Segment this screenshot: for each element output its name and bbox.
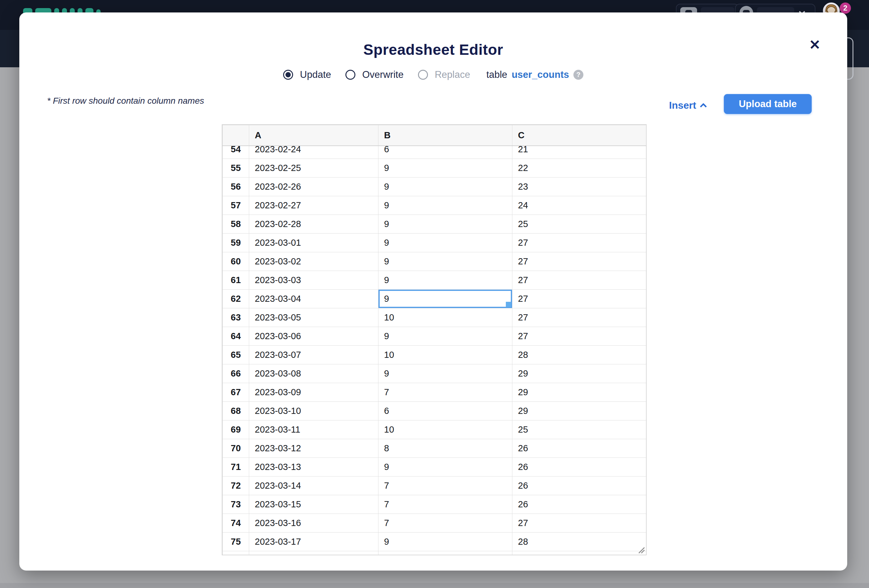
column-header-B[interactable]: B	[378, 125, 512, 146]
cell-C64[interactable]: 27	[512, 327, 646, 345]
cell-C67[interactable]: 29	[512, 383, 646, 401]
cell-A64[interactable]: 2023-03-06	[249, 327, 378, 345]
mode-radio-update[interactable]: Update	[283, 69, 331, 80]
row-number-cell[interactable]: 74	[223, 514, 249, 532]
cell-B65[interactable]: 10	[378, 345, 512, 364]
spreadsheet-body-viewport[interactable]: 542023-02-24621552023-02-25922562023-02-…	[222, 146, 646, 555]
row-number-cell[interactable]: 68	[223, 401, 249, 420]
cell-B74[interactable]: 7	[378, 514, 512, 532]
row-number-cell[interactable]: 66	[223, 364, 249, 383]
cell-C63[interactable]: 27	[512, 308, 646, 327]
cell-B70[interactable]: 8	[378, 439, 512, 458]
cell-A61[interactable]: 2023-03-03	[249, 271, 378, 289]
upload-table-button[interactable]: Upload table	[724, 94, 812, 114]
cell-B67[interactable]: 7	[378, 383, 512, 401]
row-number-cell[interactable]: 75	[223, 532, 249, 551]
cell-A74[interactable]: 2023-03-16	[249, 514, 378, 532]
insert-menu-button[interactable]: Insert	[669, 100, 707, 111]
row-number-cell[interactable]: 71	[223, 458, 249, 476]
cell-B57[interactable]: 9	[378, 196, 512, 215]
cell-C69[interactable]: 25	[512, 420, 646, 439]
cell-C59[interactable]: 27	[512, 233, 646, 252]
cell-B62[interactable]: 9	[378, 289, 512, 308]
cell-C54[interactable]: 21	[512, 146, 646, 159]
cell-C72[interactable]: 26	[512, 476, 646, 495]
cell-C71[interactable]: 26	[512, 458, 646, 476]
table-resize-handle[interactable]	[637, 546, 645, 554]
cell-B75[interactable]: 9	[378, 532, 512, 551]
mode-radio-overwrite[interactable]: Overwrite	[346, 69, 404, 80]
cell-C57[interactable]: 24	[512, 196, 646, 215]
row-number-cell[interactable]: 63	[223, 308, 249, 327]
cell-A75[interactable]: 2023-03-17	[249, 532, 378, 551]
cell-B73[interactable]: 7	[378, 495, 512, 514]
row-number-cell[interactable]	[223, 551, 249, 555]
help-icon[interactable]: ?	[574, 70, 583, 80]
cell-C56[interactable]: 23	[512, 177, 646, 196]
column-header-A[interactable]: A	[249, 125, 378, 146]
column-header-C[interactable]: C	[512, 125, 646, 146]
cell-A56[interactable]: 2023-02-26	[249, 177, 378, 196]
cell-C66[interactable]: 29	[512, 364, 646, 383]
cell-A70[interactable]: 2023-03-12	[249, 439, 378, 458]
cell-B58[interactable]: 9	[378, 215, 512, 233]
cell-A[interactable]	[249, 551, 378, 555]
cell-B69[interactable]: 10	[378, 420, 512, 439]
cell-A62[interactable]: 2023-03-04	[249, 289, 378, 308]
cell-C70[interactable]: 26	[512, 439, 646, 458]
cell-B60[interactable]: 9	[378, 252, 512, 271]
cell-A54[interactable]: 2023-02-24	[249, 146, 378, 159]
cell-C[interactable]	[512, 551, 646, 555]
cell-B55[interactable]: 9	[378, 158, 512, 177]
cell-A57[interactable]: 2023-02-27	[249, 196, 378, 215]
corner-header-cell[interactable]	[223, 125, 249, 146]
cell-B72[interactable]: 7	[378, 476, 512, 495]
cell-B54[interactable]: 6	[378, 146, 512, 159]
cell-A72[interactable]: 2023-03-14	[249, 476, 378, 495]
cell-B63[interactable]: 10	[378, 308, 512, 327]
cell-A67[interactable]: 2023-03-09	[249, 383, 378, 401]
cell-A66[interactable]: 2023-03-08	[249, 364, 378, 383]
row-number-cell[interactable]: 73	[223, 495, 249, 514]
fill-handle[interactable]	[506, 302, 511, 307]
cell-C75[interactable]: 28	[512, 532, 646, 551]
cell-C68[interactable]: 29	[512, 401, 646, 420]
cell-C61[interactable]: 27	[512, 271, 646, 289]
cell-A65[interactable]: 2023-03-07	[249, 345, 378, 364]
row-number-cell[interactable]: 56	[223, 177, 249, 196]
row-number-cell[interactable]: 70	[223, 439, 249, 458]
cell-A68[interactable]: 2023-03-10	[249, 401, 378, 420]
row-number-cell[interactable]: 58	[223, 215, 249, 233]
row-number-cell[interactable]: 67	[223, 383, 249, 401]
radio-icon[interactable]	[283, 70, 293, 80]
cell-C62[interactable]: 27	[512, 289, 646, 308]
row-number-cell[interactable]: 64	[223, 327, 249, 345]
row-number-cell[interactable]: 60	[223, 252, 249, 271]
radio-icon[interactable]	[346, 70, 355, 80]
cell-C74[interactable]: 27	[512, 514, 646, 532]
cell-B66[interactable]: 9	[378, 364, 512, 383]
row-number-cell[interactable]: 54	[223, 146, 249, 159]
cell-A55[interactable]: 2023-02-25	[249, 158, 378, 177]
cell-A59[interactable]: 2023-03-01	[249, 233, 378, 252]
cell-A73[interactable]: 2023-03-15	[249, 495, 378, 514]
cell-B61[interactable]: 9	[378, 271, 512, 289]
cell-A63[interactable]: 2023-03-05	[249, 308, 378, 327]
cell-C58[interactable]: 25	[512, 215, 646, 233]
row-number-cell[interactable]: 62	[223, 289, 249, 308]
cell-C65[interactable]: 28	[512, 345, 646, 364]
cell-A71[interactable]: 2023-03-13	[249, 458, 378, 476]
cell-A60[interactable]: 2023-03-02	[249, 252, 378, 271]
cell-B59[interactable]: 9	[378, 233, 512, 252]
cell-B64[interactable]: 9	[378, 327, 512, 345]
row-number-cell[interactable]: 61	[223, 271, 249, 289]
cell-B71[interactable]: 9	[378, 458, 512, 476]
cell-B68[interactable]: 6	[378, 401, 512, 420]
row-number-cell[interactable]: 55	[223, 158, 249, 177]
cell-B[interactable]	[378, 551, 512, 555]
row-number-cell[interactable]: 65	[223, 345, 249, 364]
cell-C55[interactable]: 22	[512, 158, 646, 177]
cell-C73[interactable]: 26	[512, 495, 646, 514]
row-number-cell[interactable]: 59	[223, 233, 249, 252]
row-number-cell[interactable]: 57	[223, 196, 249, 215]
